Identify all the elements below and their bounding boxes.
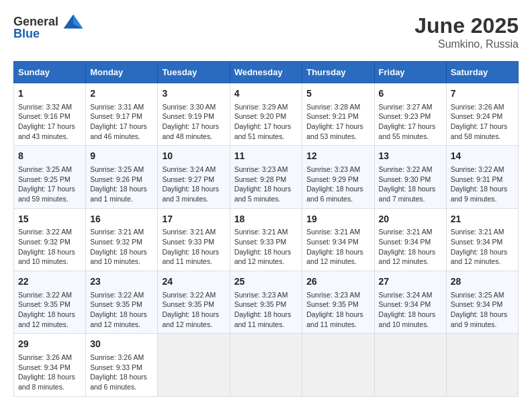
calendar-cell: 9Sunrise: 3:25 AMSunset: 9:26 PMDaylight… <box>86 146 158 208</box>
sunset-text: Sunset: 9:21 PM <box>306 111 369 122</box>
daylight-text: Daylight: 17 hours and 55 minutes. <box>379 122 442 141</box>
sunset-text: Sunset: 9:24 PM <box>451 111 514 122</box>
calendar-cell: 15Sunrise: 3:22 AMSunset: 9:32 PMDayligh… <box>14 208 86 271</box>
sunset-text: Sunset: 9:30 PM <box>379 175 442 185</box>
sunrise-text: Sunrise: 3:21 AM <box>162 227 225 237</box>
daylight-text: Daylight: 18 hours and 10 minutes. <box>90 247 153 267</box>
sunrise-text: Sunrise: 3:21 AM <box>306 227 369 237</box>
sunset-text: Sunset: 9:32 PM <box>18 237 81 247</box>
sunrise-text: Sunrise: 3:27 AM <box>379 102 442 112</box>
calendar-cell: 7Sunrise: 3:26 AMSunset: 9:24 PMDaylight… <box>446 83 518 146</box>
calendar-cell <box>158 334 230 396</box>
day-number: 5 <box>306 87 369 101</box>
sunset-text: Sunset: 9:33 PM <box>90 363 153 373</box>
day-number: 25 <box>234 275 298 289</box>
daylight-text: Daylight: 17 hours and 48 minutes. <box>162 122 225 141</box>
calendar-cell: 11Sunrise: 3:23 AMSunset: 9:28 PMDayligh… <box>230 146 302 208</box>
location-title: Sumkino, Russia <box>414 38 519 50</box>
sunset-text: Sunset: 9:35 PM <box>18 300 81 310</box>
calendar-week-row: 15Sunrise: 3:22 AMSunset: 9:32 PMDayligh… <box>14 208 519 271</box>
daylight-text: Daylight: 18 hours and 12 minutes. <box>306 247 369 267</box>
title-block: June 2025 Sumkino, Russia <box>414 13 519 50</box>
calendar-cell: 14Sunrise: 3:22 AMSunset: 9:31 PMDayligh… <box>446 146 518 208</box>
calendar-week-row: 29Sunrise: 3:26 AMSunset: 9:34 PMDayligh… <box>14 334 519 396</box>
sunset-text: Sunset: 9:28 PM <box>234 175 298 185</box>
daylight-text: Daylight: 18 hours and 12 minutes. <box>162 310 225 329</box>
sunrise-text: Sunrise: 3:22 AM <box>379 165 442 175</box>
day-number: 17 <box>162 213 225 226</box>
calendar-cell: 23Sunrise: 3:22 AMSunset: 9:35 PMDayligh… <box>86 271 158 334</box>
calendar-cell: 2Sunrise: 3:31 AMSunset: 9:17 PMDaylight… <box>86 83 158 146</box>
day-number: 28 <box>451 275 514 289</box>
calendar-header-row: SundayMondayTuesdayWednesdayThursdayFrid… <box>14 62 519 83</box>
weekday-header: Saturday <box>446 62 518 83</box>
sunrise-text: Sunrise: 3:21 AM <box>451 227 514 237</box>
calendar-cell: 17Sunrise: 3:21 AMSunset: 9:33 PMDayligh… <box>158 208 230 271</box>
sunset-text: Sunset: 9:34 PM <box>379 300 442 310</box>
sunrise-text: Sunrise: 3:21 AM <box>234 227 298 237</box>
sunrise-text: Sunrise: 3:22 AM <box>90 290 153 300</box>
day-number: 11 <box>234 150 298 163</box>
logo-blue-text: Blue <box>13 27 40 41</box>
daylight-text: Daylight: 18 hours and 12 minutes. <box>451 247 514 267</box>
sunset-text: Sunset: 9:35 PM <box>162 300 225 310</box>
day-number: 3 <box>162 87 225 101</box>
day-number: 26 <box>306 275 369 289</box>
daylight-text: Daylight: 18 hours and 12 minutes. <box>234 247 298 267</box>
sunrise-text: Sunrise: 3:23 AM <box>234 290 298 300</box>
weekday-header: Wednesday <box>230 62 302 83</box>
sunrise-text: Sunrise: 3:32 AM <box>18 102 81 112</box>
calendar-cell: 22Sunrise: 3:22 AMSunset: 9:35 PMDayligh… <box>14 271 86 334</box>
calendar-cell: 16Sunrise: 3:21 AMSunset: 9:32 PMDayligh… <box>86 208 158 271</box>
sunrise-text: Sunrise: 3:24 AM <box>162 165 225 175</box>
sunrise-text: Sunrise: 3:23 AM <box>234 165 298 175</box>
sunrise-text: Sunrise: 3:28 AM <box>306 102 369 112</box>
daylight-text: Daylight: 18 hours and 1 minute. <box>90 184 153 203</box>
daylight-text: Daylight: 18 hours and 10 minutes. <box>379 310 442 329</box>
day-number: 6 <box>379 87 442 101</box>
calendar-cell: 6Sunrise: 3:27 AMSunset: 9:23 PMDaylight… <box>374 83 446 146</box>
daylight-text: Daylight: 17 hours and 43 minutes. <box>18 122 81 141</box>
sunrise-text: Sunrise: 3:22 AM <box>451 165 514 175</box>
weekday-header: Sunday <box>14 62 86 83</box>
calendar-cell: 5Sunrise: 3:28 AMSunset: 9:21 PMDaylight… <box>302 83 374 146</box>
calendar-cell: 30Sunrise: 3:26 AMSunset: 9:33 PMDayligh… <box>86 334 158 396</box>
sunrise-text: Sunrise: 3:26 AM <box>18 353 81 363</box>
day-number: 15 <box>18 213 81 226</box>
daylight-text: Daylight: 18 hours and 12 minutes. <box>18 310 81 329</box>
calendar-cell: 13Sunrise: 3:22 AMSunset: 9:30 PMDayligh… <box>374 146 446 208</box>
calendar-cell: 21Sunrise: 3:21 AMSunset: 9:34 PMDayligh… <box>446 208 518 271</box>
daylight-text: Daylight: 17 hours and 51 minutes. <box>234 122 298 141</box>
day-number: 24 <box>162 275 225 289</box>
calendar-cell: 29Sunrise: 3:26 AMSunset: 9:34 PMDayligh… <box>14 334 86 396</box>
day-number: 1 <box>18 87 81 101</box>
calendar-cell: 24Sunrise: 3:22 AMSunset: 9:35 PMDayligh… <box>158 271 230 334</box>
sunset-text: Sunset: 9:20 PM <box>234 111 298 122</box>
daylight-text: Daylight: 17 hours and 58 minutes. <box>451 122 514 141</box>
daylight-text: Daylight: 18 hours and 12 minutes. <box>379 247 442 267</box>
calendar-cell: 26Sunrise: 3:23 AMSunset: 9:35 PMDayligh… <box>302 271 374 334</box>
daylight-text: Daylight: 17 hours and 59 minutes. <box>18 184 81 203</box>
sunrise-text: Sunrise: 3:30 AM <box>162 102 225 112</box>
sunset-text: Sunset: 9:23 PM <box>379 111 442 122</box>
daylight-text: Daylight: 18 hours and 6 minutes. <box>90 372 153 392</box>
sunset-text: Sunset: 9:25 PM <box>18 175 81 185</box>
day-number: 20 <box>379 213 442 226</box>
sunrise-text: Sunrise: 3:25 AM <box>451 290 514 300</box>
daylight-text: Daylight: 18 hours and 11 minutes. <box>306 310 369 329</box>
day-number: 12 <box>306 150 369 163</box>
day-number: 8 <box>18 150 81 163</box>
calendar-cell: 3Sunrise: 3:30 AMSunset: 9:19 PMDaylight… <box>158 83 230 146</box>
sunset-text: Sunset: 9:35 PM <box>90 300 153 310</box>
calendar-week-row: 22Sunrise: 3:22 AMSunset: 9:35 PMDayligh… <box>14 271 519 334</box>
day-number: 30 <box>90 338 153 351</box>
calendar-cell <box>302 334 374 396</box>
sunset-text: Sunset: 9:33 PM <box>162 237 225 247</box>
sunset-text: Sunset: 9:34 PM <box>451 300 514 310</box>
daylight-text: Daylight: 18 hours and 8 minutes. <box>18 372 81 392</box>
day-number: 27 <box>379 275 442 289</box>
day-number: 21 <box>451 213 514 226</box>
sunset-text: Sunset: 9:27 PM <box>162 175 225 185</box>
sunset-text: Sunset: 9:17 PM <box>90 111 153 122</box>
day-number: 10 <box>162 150 225 163</box>
